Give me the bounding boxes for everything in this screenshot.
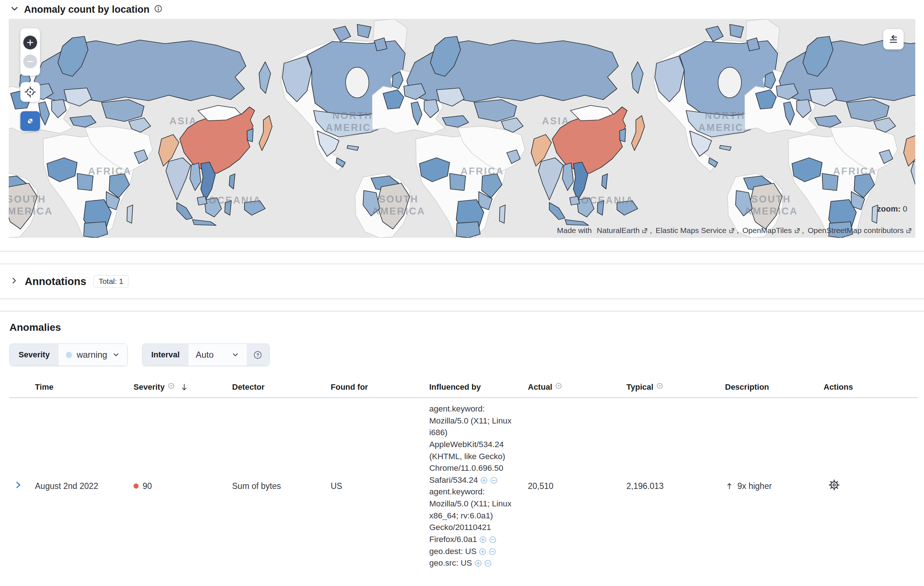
map-zoom-controls [20, 28, 40, 76]
question-icon: ? [656, 382, 663, 389]
collapse-legend-button[interactable] [883, 29, 904, 49]
anomaly-typical: 2,196.013 [622, 398, 721, 574]
question-icon: ? [555, 382, 562, 389]
map-panel-title: Anomaly count by location [24, 4, 150, 15]
interval-help-button[interactable]: ? [247, 344, 269, 366]
column-header-severity[interactable]: Severity ? [129, 377, 228, 398]
chevron-down-icon [112, 351, 120, 359]
expand-icon [25, 115, 36, 127]
panel-divider [0, 251, 924, 252]
chevron-right-icon [14, 481, 23, 489]
chevron-right-icon[interactable] [10, 276, 19, 287]
attribution-link[interactable]: NaturalEarth [597, 226, 648, 235]
attribution-prefix: Made with [557, 226, 592, 235]
anomaly-description: 9x higher [725, 481, 815, 491]
column-header-found-for[interactable]: Found for [326, 377, 425, 398]
filter-out-icon[interactable] [484, 560, 492, 567]
filter-for-icon[interactable] [479, 548, 487, 555]
anomaly-actual: 20,510 [523, 398, 622, 574]
zoom-indicator-label: zoom: [877, 204, 901, 213]
anomalies-title: Anomalies [10, 322, 914, 333]
external-link-icon [728, 227, 735, 234]
anomaly-influenced-by: agent.keyword: Mozilla/5.0 (X11; Linux i… [425, 398, 523, 574]
filter-for-icon[interactable] [474, 560, 482, 567]
arrow-up-icon [725, 482, 734, 491]
annotations-title: Annotations [25, 276, 86, 288]
zoom-out-button[interactable] [23, 54, 37, 68]
panel-divider [0, 298, 924, 299]
column-header-time[interactable]: Time [31, 377, 129, 398]
svg-text:?: ? [256, 352, 259, 358]
column-header-actions: Actions [819, 377, 918, 398]
anomaly-row: August 2nd 2022 90 Sum of bytes US agent… [10, 398, 918, 574]
chevron-down-icon[interactable] [10, 3, 20, 15]
question-icon: ? [253, 350, 262, 360]
interval-filter-value: Auto [196, 350, 213, 360]
annotations-header[interactable]: Annotations Total: 1 [0, 264, 924, 298]
anomalies-filters: Severity warning Interval Auto ? [10, 344, 914, 366]
zoom-in-button[interactable] [23, 36, 37, 49]
influencer-item: agent.keyword: Mozilla/5.0 (X11; Linux x… [429, 486, 519, 545]
influencer-item: geo.dest: US [429, 546, 519, 558]
column-header-actual[interactable]: Actual ? [523, 377, 622, 398]
interval-filter-select[interactable]: Auto [188, 344, 247, 366]
crosshair-icon [25, 86, 36, 98]
row-actions-button[interactable] [828, 479, 840, 492]
column-header-influenced-by[interactable]: Influenced by [425, 377, 523, 398]
question-icon: ? [168, 382, 175, 389]
column-header-typical[interactable]: Typical ? [622, 377, 721, 398]
expander-column-header [10, 377, 31, 398]
zoom-indicator-value: 0 [903, 204, 907, 213]
table-header-row: Time Severity ? Detector Found for Influ… [10, 377, 918, 398]
severity-filter-select[interactable]: warning [59, 344, 127, 366]
external-link-icon [641, 227, 648, 234]
filter-out-icon[interactable] [490, 477, 498, 484]
world-map-canvas[interactable]: ASIA NORTH AMERICA AFRICA SOUTH AMERICA … [9, 19, 915, 238]
sort-descending-icon [180, 383, 189, 392]
fit-to-data-button[interactable] [20, 82, 40, 102]
anomaly-time: August 2nd 2022 [31, 398, 129, 574]
filter-for-icon[interactable] [479, 536, 487, 543]
filter-out-icon[interactable] [488, 548, 496, 555]
annotations-total-badge: Total: 1 [94, 275, 129, 288]
attribution-link[interactable]: OpenStreetMap contributors [808, 226, 912, 235]
column-header-description[interactable]: Description [721, 377, 819, 398]
critical-severity-dot [134, 484, 139, 489]
chevron-down-icon [231, 351, 239, 359]
plus-icon [26, 39, 34, 46]
influencer-item: geo.src: US [429, 557, 519, 569]
info-icon[interactable] [154, 4, 163, 15]
attribution-link[interactable]: OpenMapTiles [742, 226, 801, 235]
external-link-icon [906, 227, 912, 234]
anomaly-detector: Sum of bytes [228, 398, 326, 574]
expand-row-button[interactable] [14, 481, 23, 491]
filter-for-icon[interactable] [480, 477, 488, 484]
interval-filter-group: Interval Auto ? [142, 344, 269, 366]
interval-filter-label: Interval [143, 344, 188, 366]
zoom-indicator: zoom: 0 [877, 204, 907, 214]
expand-map-button[interactable] [20, 111, 40, 131]
anomalies-panel: Anomalies Severity warning Interval Auto… [0, 311, 924, 574]
map-attribution: Made with NaturalEarth , Elastic Maps Se… [557, 226, 912, 235]
severity-score: 90 [143, 481, 152, 491]
severity-filter-group: Severity warning [10, 344, 128, 366]
severity-filter-label: Severity [10, 344, 59, 366]
map-panel-header[interactable]: Anomaly count by location [0, 0, 924, 19]
menu-left-icon [887, 33, 899, 45]
svg-text:?: ? [558, 384, 560, 388]
map-panel: Anomaly count by location [0, 0, 924, 238]
anomaly-found-for: US [326, 398, 425, 574]
svg-text:?: ? [659, 384, 661, 388]
anomaly-map[interactable]: ASIA NORTH AMERICA AFRICA SOUTH AMERICA … [9, 19, 915, 238]
influencer-item: agent.keyword: Mozilla/5.0 (X11; Linux i… [429, 403, 519, 486]
severity-filter-value: warning [77, 350, 107, 360]
column-header-detector[interactable]: Detector [228, 377, 326, 398]
anomaly-severity: 90 [134, 481, 223, 491]
minus-icon [26, 58, 34, 65]
external-link-icon [794, 227, 801, 234]
svg-text:?: ? [170, 384, 172, 388]
attribution-link[interactable]: Elastic Maps Service [655, 226, 735, 235]
warning-severity-dot [66, 352, 72, 358]
anomalies-table: Time Severity ? Detector Found for Influ… [10, 377, 918, 574]
filter-out-icon[interactable] [489, 536, 497, 543]
